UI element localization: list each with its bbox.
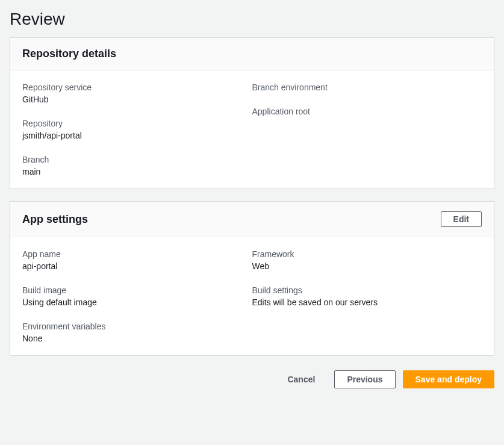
repository-service-value: GitHub xyxy=(22,95,252,104)
app-name-field: App name api-portal xyxy=(22,249,252,271)
repository-field: Repository jsmith/api-portal xyxy=(22,119,252,140)
previous-button[interactable]: Previous xyxy=(334,370,395,388)
repository-details-header: Repository details xyxy=(10,38,494,70)
repository-details-left-column: Repository service GitHub Repository jsm… xyxy=(22,82,252,176)
repository-details-panel: Repository details Repository service Gi… xyxy=(10,37,494,189)
app-name-label: App name xyxy=(22,249,252,259)
app-settings-heading: App settings xyxy=(22,213,88,226)
branch-environment-field: Branch environment xyxy=(252,82,482,92)
app-settings-header: App settings Edit xyxy=(10,202,494,237)
save-and-deploy-button[interactable]: Save and deploy xyxy=(403,370,494,388)
app-settings-left-column: App name api-portal Build image Using de… xyxy=(22,249,252,343)
branch-value: main xyxy=(22,167,252,176)
branch-label: Branch xyxy=(22,155,252,164)
repository-service-label: Repository service xyxy=(22,82,252,92)
env-vars-field: Environment variables None xyxy=(22,322,252,343)
build-settings-label: Build settings xyxy=(252,285,482,295)
edit-button[interactable]: Edit xyxy=(441,211,482,227)
app-settings-panel: App settings Edit App name api-portal Bu… xyxy=(10,201,494,356)
application-root-field: Application root xyxy=(252,107,482,116)
build-settings-value: Edits will be saved on our servers xyxy=(252,297,482,307)
env-vars-label: Environment variables xyxy=(22,322,252,331)
repository-label: Repository xyxy=(22,119,252,128)
build-image-value: Using default image xyxy=(22,297,252,307)
repository-details-heading: Repository details xyxy=(22,48,116,60)
branch-field: Branch main xyxy=(22,155,252,176)
repository-value: jsmith/api-portal xyxy=(22,131,252,140)
page-title: Review xyxy=(10,10,494,29)
repository-details-right-column: Branch environment Application root xyxy=(252,82,482,176)
repository-details-body: Repository service GitHub Repository jsm… xyxy=(10,70,494,188)
build-image-field: Build image Using default image xyxy=(22,285,252,307)
cancel-button[interactable]: Cancel xyxy=(275,371,327,388)
app-settings-right-column: Framework Web Build settings Edits will … xyxy=(252,249,482,343)
app-name-value: api-portal xyxy=(22,261,252,271)
application-root-label: Application root xyxy=(252,107,482,116)
env-vars-value: None xyxy=(22,334,252,343)
build-image-label: Build image xyxy=(22,285,252,295)
footer-actions: Cancel Previous Save and deploy xyxy=(10,368,494,391)
app-settings-body: App name api-portal Build image Using de… xyxy=(10,237,494,355)
framework-value: Web xyxy=(252,261,482,271)
branch-environment-label: Branch environment xyxy=(252,82,482,92)
repository-service-field: Repository service GitHub xyxy=(22,82,252,104)
framework-field: Framework Web xyxy=(252,249,482,271)
build-settings-field: Build settings Edits will be saved on ou… xyxy=(252,285,482,307)
framework-label: Framework xyxy=(252,249,482,259)
